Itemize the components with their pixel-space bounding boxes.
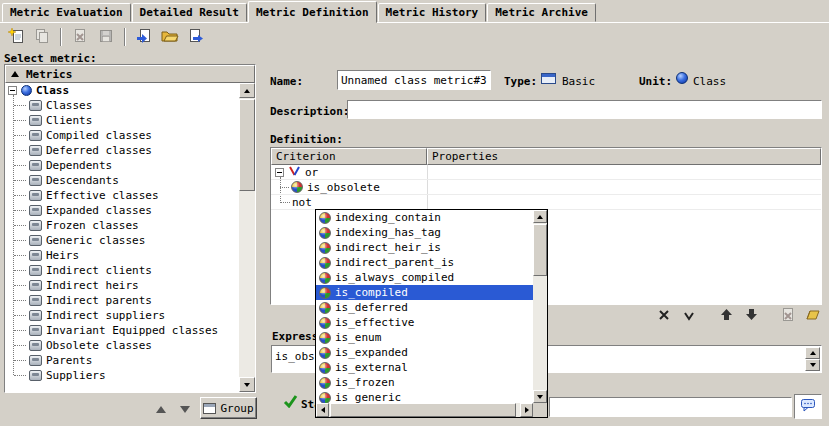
and-criterion-button[interactable] <box>655 308 673 324</box>
dropdown-item-label: indirect_heir_is <box>335 241 441 254</box>
scroll-up-icon[interactable] <box>239 83 255 98</box>
import-metric-button[interactable] <box>132 25 156 49</box>
metric-icon <box>29 175 42 186</box>
dropdown-horizontal-scrollbar[interactable] <box>316 403 533 417</box>
scroll-down-icon[interactable] <box>533 390 547 403</box>
dropdown-item[interactable]: is_enum <box>316 330 533 345</box>
criterion-column-header[interactable]: Criterion <box>271 148 427 165</box>
tree-root-label: Class <box>36 84 69 97</box>
basic-type-icon <box>541 73 556 84</box>
save-metric-button[interactable] <box>94 25 118 49</box>
move-criterion-down-button[interactable] <box>742 308 760 324</box>
dropdown-item[interactable]: indirect_parent_is <box>316 255 533 270</box>
dropdown-vertical-scrollbar[interactable] <box>533 210 547 403</box>
copy-metric-button[interactable] <box>30 25 54 49</box>
dropdown-item[interactable]: is_generic <box>316 390 533 403</box>
criterion-label: or <box>305 166 318 179</box>
group-button[interactable]: Group <box>200 397 257 419</box>
copy-metric-icon <box>34 28 50 47</box>
scroll-down-icon[interactable] <box>805 359 820 371</box>
tree-item[interactable]: Suppliers <box>5 368 239 383</box>
tree-column-header[interactable]: Metrics <box>5 65 255 83</box>
description-input[interactable] <box>347 100 822 119</box>
scrollbar-thumb[interactable] <box>239 99 255 191</box>
move-criterion-up-button[interactable] <box>717 308 735 324</box>
tab[interactable]: Metric Definition <box>248 1 377 23</box>
tree-item[interactable]: Descendants <box>5 173 239 188</box>
scrollbar-thumb[interactable] <box>330 403 516 417</box>
up-arrow-icon <box>156 406 166 413</box>
criterion-row-not[interactable]: not <box>271 195 821 210</box>
name-input[interactable] <box>337 70 491 90</box>
tree-item[interactable]: Deferred classes <box>5 143 239 158</box>
export-metric-button[interactable] <box>184 25 208 49</box>
scroll-right-icon[interactable] <box>520 403 533 417</box>
delete-metric-button[interactable] <box>68 25 92 49</box>
dropdown-item[interactable]: indexing_contain <box>316 210 533 225</box>
dropdown-item[interactable]: is_external <box>316 360 533 375</box>
collapse-icon[interactable] <box>275 168 284 177</box>
criterion-icon <box>319 272 331 284</box>
dropdown-item[interactable]: indirect_heir_is <box>316 240 533 255</box>
expression-scrollbar[interactable] <box>805 347 820 371</box>
tree-item[interactable]: Compiled classes <box>5 128 239 143</box>
tree-item[interactable]: Parents <box>5 353 239 368</box>
tree-item-label: Dependents <box>46 159 112 172</box>
erase-criterion-button[interactable] <box>804 308 822 324</box>
tree-item[interactable]: Indirect clients <box>5 263 239 278</box>
tree-item[interactable]: Generic classes <box>5 233 239 248</box>
tree-item-class-root[interactable]: Class <box>5 83 239 98</box>
dropdown-item[interactable]: indexing_has_tag <box>316 225 533 240</box>
criterion-row-is-obsolete[interactable]: is_obsolete <box>271 180 821 195</box>
dropdown-item[interactable]: is_frozen <box>316 375 533 390</box>
tab[interactable]: Metric History <box>378 3 487 22</box>
type-label: Type: <box>504 75 537 88</box>
criterion-icon <box>319 287 331 299</box>
dropdown-item[interactable]: is_expanded <box>316 345 533 360</box>
criterion-row-or[interactable]: or <box>271 165 821 180</box>
or-criterion-button[interactable] <box>680 308 698 324</box>
dropdown-item[interactable]: is_effective <box>316 315 533 330</box>
remove-criterion-button[interactable] <box>779 308 797 324</box>
new-metric-button[interactable] <box>4 25 28 49</box>
tab[interactable]: Detailed Result <box>132 3 247 22</box>
comment-button[interactable] <box>794 394 822 419</box>
tree-item[interactable]: Expanded classes <box>5 203 239 218</box>
tree-item[interactable]: Indirect heirs <box>5 278 239 293</box>
dropdown-item[interactable]: is_compiled <box>316 285 533 300</box>
tree-item[interactable]: Effective classes <box>5 188 239 203</box>
criterion-label: is_obsolete <box>307 181 380 194</box>
dropdown-item[interactable]: is_always_compiled <box>316 270 533 285</box>
toolbar-separator <box>60 28 62 46</box>
scroll-down-icon[interactable] <box>239 377 255 392</box>
dropdown-item-label: is_compiled <box>335 286 408 299</box>
scrollbar-thumb[interactable] <box>533 224 547 276</box>
tree-item[interactable]: Frozen classes <box>5 218 239 233</box>
tree-item[interactable]: Classes <box>5 98 239 113</box>
tree-scrollbar[interactable] <box>239 83 255 392</box>
tree-item[interactable]: Heirs <box>5 248 239 263</box>
tree-item[interactable]: Invariant Equipped classes <box>5 323 239 338</box>
move-metric-down-button[interactable] <box>174 399 196 419</box>
tree-item[interactable]: Dependents <box>5 158 239 173</box>
open-folder-button[interactable] <box>158 25 182 49</box>
criterion-icon <box>319 227 331 239</box>
tree-item-label: Descendants <box>46 174 119 187</box>
tree-item[interactable]: Indirect parents <box>5 293 239 308</box>
properties-column-header[interactable]: Properties <box>427 148 821 165</box>
tree-item[interactable]: Obsolete classes <box>5 338 239 353</box>
scroll-up-icon[interactable] <box>805 347 820 359</box>
tree-item-label: Deferred classes <box>46 144 152 157</box>
collapse-icon[interactable] <box>8 86 17 95</box>
dropdown-item-label: is_generic <box>335 391 401 403</box>
tree-item[interactable]: Indirect suppliers <box>5 308 239 323</box>
tab[interactable]: Metric Archive <box>487 3 596 22</box>
dropdown-item[interactable]: is_deferred <box>316 300 533 315</box>
move-metric-up-button[interactable] <box>150 399 172 419</box>
scroll-left-icon[interactable] <box>316 403 329 417</box>
tab-bar: Metric Evaluation Detailed Result Metric… <box>0 0 829 23</box>
tree-item[interactable]: Clients <box>5 113 239 128</box>
scroll-up-icon[interactable] <box>533 210 547 223</box>
tree-item-label: Indirect clients <box>46 264 152 277</box>
tab[interactable]: Metric Evaluation <box>2 3 131 22</box>
